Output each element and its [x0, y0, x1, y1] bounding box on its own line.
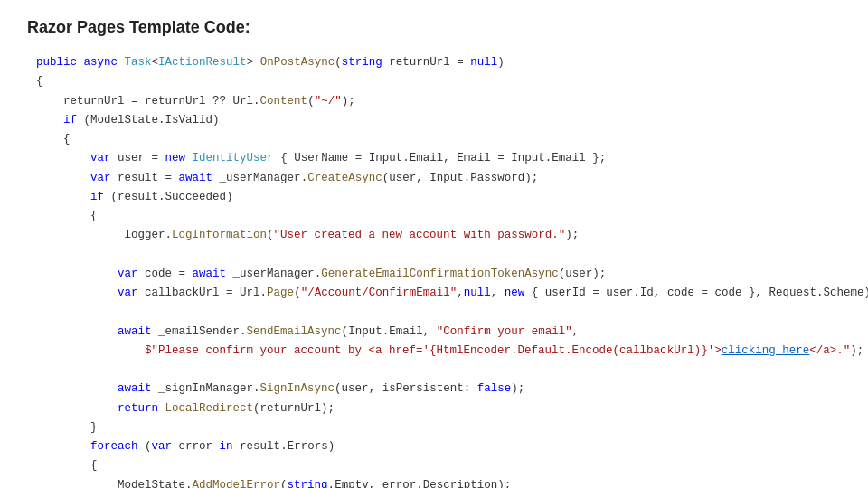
code-line: { — [36, 456, 832, 475]
code-line: var callbackUrl = Url.Page("/Account/Con… — [36, 284, 832, 303]
code-line: { — [36, 207, 832, 226]
code-line: { — [36, 130, 832, 149]
code-line: ModelState.AddModelError(string.Empty, e… — [36, 476, 832, 489]
page-title: Razor Pages Template Code: — [27, 18, 841, 37]
code-line — [36, 303, 832, 322]
code-line: { — [36, 72, 832, 91]
code-line: $"Please confirm your account by <a href… — [36, 342, 832, 361]
code-line: if (result.Succeeded) — [36, 188, 832, 207]
code-line: return LocalRedirect(returnUrl); — [36, 399, 832, 418]
code-line: await _emailSender.SendEmailAsync(Input.… — [36, 323, 832, 342]
code-line — [36, 361, 832, 380]
code-line: } — [36, 418, 832, 437]
code-line: var code = await _userManager.GenerateEm… — [36, 265, 832, 284]
code-line: var result = await _userManager.CreateAs… — [36, 169, 832, 188]
code-line: foreach (var error in result.Errors) — [36, 437, 832, 456]
code-line: await _signInManager.SignInAsync(user, i… — [36, 380, 832, 399]
code-line — [36, 246, 832, 265]
code-line: var user = new IdentityUser { UserName =… — [36, 149, 832, 168]
code-line: public async Task<IActionResult> OnPostA… — [36, 53, 832, 72]
code-line: _logger.LogInformation("User created a n… — [36, 226, 832, 245]
code-line: returnUrl = returnUrl ?? Url.Content("~/… — [36, 92, 832, 111]
code-line: if (ModelState.IsValid) — [36, 111, 832, 130]
code-block: public async Task<IActionResult> OnPostA… — [27, 53, 841, 488]
